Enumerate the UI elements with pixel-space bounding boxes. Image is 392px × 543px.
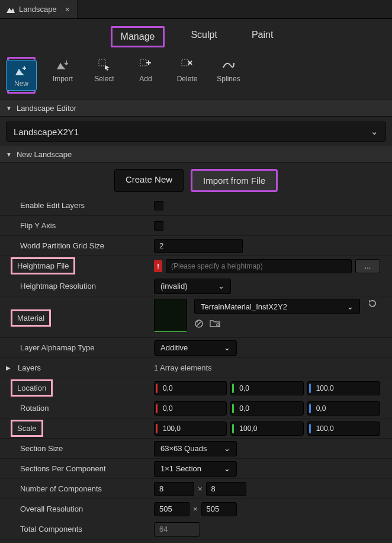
svg-rect-1	[140, 59, 147, 66]
dropdown-sections-per[interactable]: 1×1 Section ⌄	[154, 461, 237, 477]
use-selected-icon[interactable]	[194, 319, 204, 328]
section-title-editor: Landscape Editor	[17, 104, 76, 113]
browse-asset-icon[interactable]	[210, 319, 220, 328]
tool-splines[interactable]: Splines	[214, 57, 243, 94]
label-layer-alphamap: Layer Alphamap Type	[0, 343, 154, 352]
mode-sculpt[interactable]: Sculpt	[182, 26, 225, 47]
mode-paint[interactable]: Paint	[243, 26, 281, 47]
chevron-down-icon: ▼	[6, 105, 12, 111]
tool-select-label: Select	[94, 75, 114, 83]
label-num-comp: Number of Components	[0, 484, 154, 493]
create-new-button[interactable]: Create New	[114, 169, 184, 192]
chevron-down-icon: ⌄	[347, 302, 354, 311]
tool-import-label: Import	[53, 75, 73, 83]
section-header-new[interactable]: ▼ New Landscape	[0, 146, 392, 163]
dropdown-layer-alphamap-value: Additive	[160, 343, 188, 352]
label-total-comp: Total Components	[0, 525, 154, 534]
input-total-comp	[154, 522, 200, 536]
dropdown-section-size[interactable]: 63×63 Quads ⌄	[154, 441, 237, 456]
label-heightmap-res: Heightmap Resolution	[0, 282, 154, 290]
dropdown-sections-per-value: 1×1 Section	[160, 464, 201, 473]
label-overall-res: Overall Resolution	[0, 504, 154, 513]
mode-manage[interactable]: Manage	[111, 26, 165, 47]
value-layers: 1 Array elements	[154, 363, 212, 372]
section-body-editor: LandscapeX2Y1 ⌄	[0, 117, 392, 146]
input-num-comp-x[interactable]	[154, 482, 194, 496]
chevron-down-icon: ⌄	[371, 126, 378, 137]
mode-row: Manage Sculpt Paint	[0, 19, 392, 52]
landscape-dropdown[interactable]: LandscapeX2Y1 ⌄	[6, 122, 386, 142]
chevron-down-icon: ⌄	[224, 464, 230, 473]
tool-add[interactable]: Add	[131, 57, 160, 94]
multiply-icon: ×	[198, 484, 203, 493]
splines-icon	[220, 57, 237, 72]
dropdown-material-value: TerrainMaterial_InstX2Y2	[201, 302, 287, 311]
tool-add-label: Add	[139, 75, 152, 83]
chevron-right-icon[interactable]: ▶	[6, 365, 14, 371]
dropdown-layer-alphamap[interactable]: Additive ⌄	[154, 340, 237, 356]
dropdown-heightmap-res[interactable]: (invalid) ⌄	[154, 279, 231, 294]
landscape-icon	[6, 5, 15, 14]
svg-rect-0	[99, 59, 105, 66]
checkbox-flip-y[interactable]	[154, 221, 163, 231]
tool-delete-label: Delete	[177, 75, 198, 83]
label-rotation: Rotation	[0, 404, 154, 413]
input-wp-grid[interactable]	[154, 239, 243, 253]
chevron-down-icon: ▼	[6, 151, 12, 158]
input-rotation-z[interactable]: 0,0	[307, 401, 380, 416]
svg-point-4	[217, 324, 219, 326]
input-rotation-x[interactable]: 0,0	[154, 401, 227, 416]
chevron-down-icon: ⌄	[224, 444, 230, 453]
tool-select[interactable]: Select	[90, 57, 118, 94]
section-body-new: Create New Import from File Enable Edit …	[0, 163, 392, 543]
tab-landscape[interactable]: Landscape ×	[0, 0, 78, 18]
label-sections-per: Sections Per Component	[0, 464, 154, 473]
import-icon	[54, 57, 72, 72]
delete-icon	[178, 57, 196, 72]
label-location: Location	[11, 379, 53, 397]
input-location-z[interactable]: 100,0	[307, 381, 380, 395]
warning-icon: !	[154, 260, 162, 272]
close-icon[interactable]: ×	[64, 5, 71, 14]
section-header-editor[interactable]: ▼ Landscape Editor	[0, 100, 392, 117]
label-enable-edit-layers: Enable Edit Layers	[0, 201, 154, 210]
input-location-y[interactable]: 0,0	[230, 381, 303, 395]
input-scale-y[interactable]: 100,0	[230, 421, 303, 436]
label-heightmap-file: Heightmap File	[11, 257, 75, 274]
reset-icon[interactable]	[367, 299, 380, 308]
tool-new-label: New	[14, 79, 28, 88]
import-from-file-button[interactable]: Import from File	[191, 169, 278, 192]
input-overall-x[interactable]	[154, 502, 189, 516]
new-icon	[12, 63, 30, 78]
material-thumbnail[interactable]	[154, 299, 187, 332]
input-scale-z[interactable]: 100,0	[307, 421, 380, 436]
input-scale-x[interactable]: 100,0	[154, 421, 227, 436]
chevron-down-icon: ⌄	[224, 343, 230, 352]
chevron-down-icon: ⌄	[218, 282, 224, 290]
tool-delete[interactable]: Delete	[173, 57, 201, 94]
dropdown-material[interactable]: TerrainMaterial_InstX2Y2 ⌄	[194, 299, 360, 314]
landscape-dropdown-value: LandscapeX2Y1	[14, 127, 79, 137]
label-layers: Layers	[18, 363, 41, 372]
dropdown-heightmap-res-value: (invalid)	[160, 282, 188, 290]
checkbox-enable-edit-layers[interactable]	[154, 201, 163, 210]
multiply-icon: ×	[193, 504, 198, 513]
tool-splines-label: Splines	[217, 75, 240, 83]
label-flip-y: Flip Y Axis	[0, 221, 154, 230]
input-num-comp-y[interactable]	[206, 482, 246, 496]
tool-row: New Import Select Add Delete Splines	[0, 52, 392, 100]
tool-new[interactable]: New	[7, 57, 36, 94]
tool-import[interactable]: Import	[49, 57, 77, 94]
create-import-row: Create New Import from File	[0, 163, 392, 196]
browse-button[interactable]: ...	[355, 259, 380, 273]
input-overall-y[interactable]	[201, 502, 237, 516]
input-heightmap-file[interactable]	[166, 259, 352, 273]
bottom-row: Fit To Data Import	[0, 539, 392, 543]
input-location-x[interactable]: 0,0	[154, 381, 227, 395]
label-scale: Scale	[11, 420, 43, 437]
label-wp-grid: World Partition Grid Size	[0, 241, 154, 250]
section-title-new: New Landscape	[17, 150, 72, 159]
input-rotation-y[interactable]: 0,0	[230, 401, 303, 416]
label-material: Material	[11, 309, 51, 327]
tab-title: Landscape	[19, 5, 57, 14]
